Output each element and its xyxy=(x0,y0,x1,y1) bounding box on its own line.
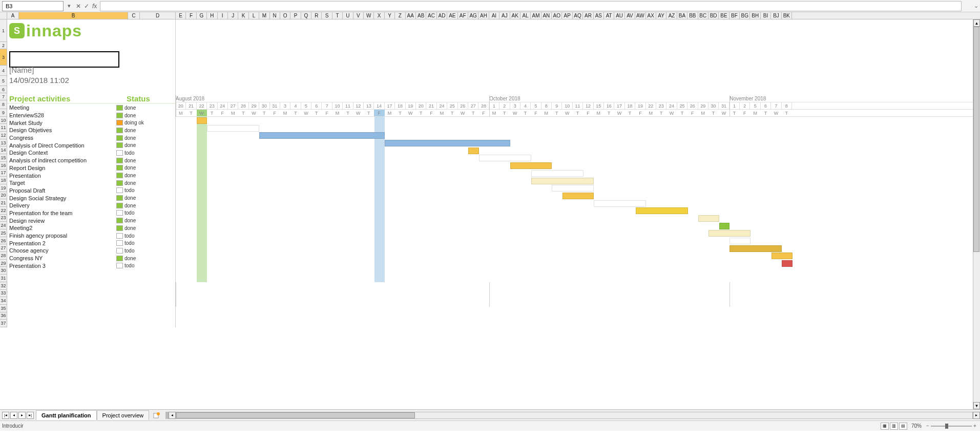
col-header-Q[interactable]: Q xyxy=(301,12,311,19)
row-header-3[interactable]: 3 xyxy=(0,49,7,66)
row-header-31[interactable]: 31 xyxy=(0,275,7,282)
col-header-AW[interactable]: AW xyxy=(635,12,645,19)
col-header-AJ[interactable]: AJ xyxy=(499,12,510,19)
col-header-AS[interactable]: AS xyxy=(594,12,604,19)
col-header-U[interactable]: U xyxy=(343,12,353,19)
row-header-19[interactable]: 19 xyxy=(0,184,7,192)
col-header-AR[interactable]: AR xyxy=(583,12,593,19)
zoom-in-icon[interactable]: + xyxy=(972,423,978,429)
view-normal-icon[interactable]: ▦ xyxy=(881,423,889,430)
activity-row[interactable]: Presentationdone xyxy=(7,172,175,179)
activity-row[interactable]: Analysis of Direct Competitiondone xyxy=(7,141,175,149)
gantt-bar[interactable] xyxy=(729,245,782,252)
col-header-X[interactable]: X xyxy=(374,12,384,19)
row-header-30[interactable]: 30 xyxy=(0,267,7,275)
col-header-R[interactable]: R xyxy=(311,12,322,19)
col-header-AD[interactable]: AD xyxy=(437,12,447,19)
col-header-A[interactable]: A xyxy=(7,12,19,19)
activity-row[interactable]: Design Social Strategydone xyxy=(7,194,175,202)
row-header-10[interactable]: 10 xyxy=(0,117,7,124)
add-sheet-icon[interactable] xyxy=(152,412,161,419)
gantt-bar[interactable] xyxy=(510,162,552,169)
row-header-4[interactable]: 4 xyxy=(0,66,7,76)
gantt-bar[interactable] xyxy=(772,252,793,259)
activity-row[interactable]: Congress NYdone xyxy=(7,255,175,262)
confirm-icon[interactable]: ✓ xyxy=(84,3,89,10)
col-header-W[interactable]: W xyxy=(364,12,374,19)
tab-next-icon[interactable]: ▸ xyxy=(18,412,26,419)
scroll-up-icon[interactable]: ▲ xyxy=(973,19,980,27)
row-header-12[interactable]: 12 xyxy=(0,132,7,139)
row-header-29[interactable]: 29 xyxy=(0,260,7,267)
col-header-G[interactable]: G xyxy=(197,12,207,19)
row-header-21[interactable]: 21 xyxy=(0,199,7,207)
col-header-BE[interactable]: BE xyxy=(719,12,729,19)
col-header-BH[interactable]: BH xyxy=(750,12,760,19)
row-header-26[interactable]: 26 xyxy=(0,237,7,245)
row-header-7[interactable]: 7 xyxy=(0,93,7,100)
col-header-AL[interactable]: AL xyxy=(520,12,531,19)
col-header-AV[interactable]: AV xyxy=(625,12,635,19)
activity-row[interactable]: Finish agency proposaltodo xyxy=(7,232,175,240)
col-header-AY[interactable]: AY xyxy=(656,12,666,19)
col-header-BI[interactable]: BI xyxy=(761,12,771,19)
col-header-BD[interactable]: BD xyxy=(708,12,719,19)
gantt-bar[interactable] xyxy=(531,170,583,177)
row-header-5[interactable]: 5 xyxy=(0,76,7,86)
row-header-32[interactable]: 32 xyxy=(0,282,7,290)
activity-row[interactable]: Presentation 3todo xyxy=(7,262,175,269)
col-header-BG[interactable]: BG xyxy=(740,12,750,19)
hscroll-left-icon[interactable]: ◂ xyxy=(169,412,176,419)
gantt-bar[interactable] xyxy=(259,132,385,139)
col-header-AK[interactable]: AK xyxy=(510,12,520,19)
activity-row[interactable]: Proposal Drafttodo xyxy=(7,187,175,195)
row-header-27[interactable]: 27 xyxy=(0,244,7,252)
row-header-13[interactable]: 13 xyxy=(0,139,7,147)
col-header-AT[interactable]: AT xyxy=(604,12,614,19)
row-header-34[interactable]: 34 xyxy=(0,297,7,305)
col-header-AB[interactable]: AB xyxy=(416,12,426,19)
cancel-icon[interactable]: ✕ xyxy=(76,3,81,10)
zoom-percent[interactable]: 70% xyxy=(911,423,922,429)
col-header-BC[interactable]: BC xyxy=(698,12,708,19)
col-header-BB[interactable]: BB xyxy=(687,12,698,19)
col-header-L[interactable]: L xyxy=(249,12,259,19)
gantt-bar[interactable] xyxy=(594,200,646,207)
col-header-AF[interactable]: AF xyxy=(458,12,468,19)
col-header-BF[interactable]: BF xyxy=(729,12,740,19)
col-header-O[interactable]: O xyxy=(280,12,290,19)
row-header-25[interactable]: 25 xyxy=(0,229,7,237)
row-header-8[interactable]: 8 xyxy=(0,100,7,109)
gantt-bar[interactable] xyxy=(468,148,478,154)
activity-row[interactable]: Analysis of indirect competitiondone xyxy=(7,157,175,164)
gantt-bar[interactable] xyxy=(552,185,594,192)
col-header-AH[interactable]: AH xyxy=(478,12,489,19)
scroll-thumb-horizontal[interactable] xyxy=(176,412,415,418)
zoom-slider[interactable] xyxy=(931,423,972,430)
row-header-2[interactable]: 2 xyxy=(0,42,7,49)
col-header-AN[interactable]: AN xyxy=(541,12,552,19)
gantt-bar[interactable] xyxy=(207,125,259,132)
tab-prev-icon[interactable]: ◂ xyxy=(10,412,17,419)
gantt-bar[interactable] xyxy=(562,193,594,199)
col-header-AE[interactable]: AE xyxy=(447,12,457,19)
col-header-BK[interactable]: BK xyxy=(782,12,792,19)
row-header-24[interactable]: 24 xyxy=(0,222,7,229)
col-header-M[interactable]: M xyxy=(259,12,269,19)
tab-first-icon[interactable]: |◂ xyxy=(2,412,9,419)
gantt-bar[interactable] xyxy=(479,155,531,161)
col-header-E[interactable]: E xyxy=(176,12,186,19)
col-header-D[interactable]: D xyxy=(140,12,176,19)
col-header-V[interactable]: V xyxy=(353,12,364,19)
view-page-layout-icon[interactable]: ▥ xyxy=(890,423,898,430)
row-header-14[interactable]: 14 xyxy=(0,146,7,154)
col-header-AQ[interactable]: AQ xyxy=(573,12,583,19)
row-header-20[interactable]: 20 xyxy=(0,192,7,200)
col-header-T[interactable]: T xyxy=(332,12,343,19)
scroll-down-icon[interactable]: ▼ xyxy=(973,402,980,409)
tab-last-icon[interactable]: ▸| xyxy=(27,412,34,419)
col-header-BJ[interactable]: BJ xyxy=(771,12,781,19)
activity-row[interactable]: Market Studydoing ok xyxy=(7,119,175,127)
activity-row[interactable]: Meeting2done xyxy=(7,224,175,232)
col-header-Z[interactable]: Z xyxy=(395,12,405,19)
